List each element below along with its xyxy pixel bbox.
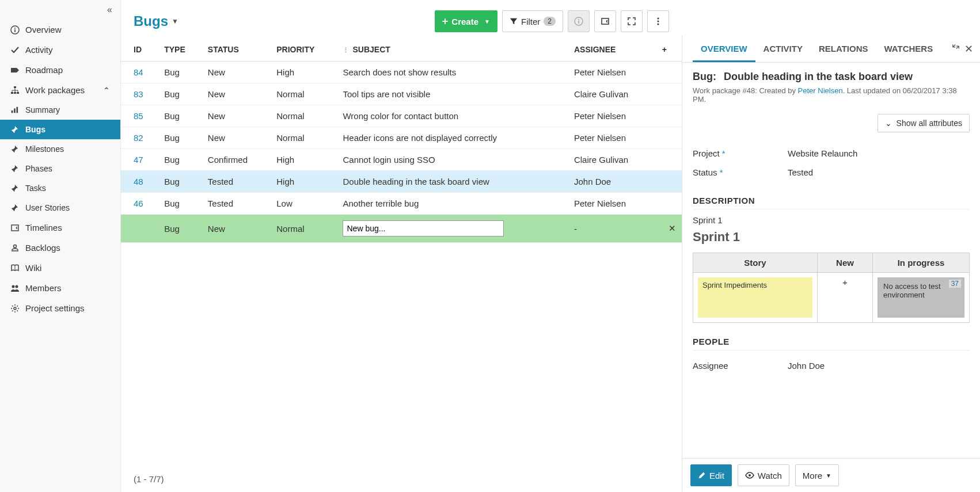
close-detail-icon[interactable]: ✕	[964, 43, 973, 55]
sitemap-icon	[10, 86, 25, 95]
column-type[interactable]: TYPE	[158, 38, 202, 62]
check-icon	[10, 45, 25, 55]
edit-button[interactable]: Edit	[690, 464, 732, 486]
id-link[interactable]: 84	[134, 67, 143, 77]
id-link[interactable]: 48	[134, 177, 143, 186]
expand-detail-icon[interactable]	[952, 43, 960, 55]
sidebar-item-project-settings[interactable]: Project settings	[0, 298, 120, 318]
people-value[interactable]: John Doe	[788, 361, 970, 371]
table-row[interactable]: 83BugNewNormalTool tips are not visibleC…	[121, 83, 682, 105]
attribute-value[interactable]: Website Relaunch	[788, 148, 970, 158]
tab-watchers[interactable]: WATCHERS	[876, 36, 941, 62]
filter-button[interactable]: Filter 2	[502, 10, 563, 32]
id-link[interactable]: 85	[134, 111, 143, 121]
cell-subject: Header icons are not displayed correctly	[337, 127, 568, 149]
pin-icon	[10, 145, 25, 153]
main-header: Bugs ▼ + Create ▼ Filter 2	[121, 0, 682, 38]
create-button[interactable]: + Create ▼	[435, 10, 497, 32]
column-status[interactable]: STATUS	[202, 38, 271, 62]
column-id[interactable]: ID	[121, 38, 158, 62]
cell-status: New	[202, 83, 271, 105]
cell-type: Bug	[158, 149, 202, 171]
sidebar-item-timelines[interactable]: Timelines	[0, 218, 120, 238]
cell-priority: Normal	[271, 105, 337, 127]
main-content: Bugs ▼ + Create ▼ Filter 2	[121, 0, 682, 492]
book-icon	[10, 264, 25, 273]
more-button[interactable]: More ▼	[795, 464, 839, 486]
sidebar-item-members[interactable]: Members	[0, 278, 120, 298]
tab-relations[interactable]: RELATIONS	[811, 36, 876, 62]
attribute-label: Project *	[693, 148, 788, 158]
id-link[interactable]: 83	[134, 89, 143, 99]
pencil-icon	[698, 471, 706, 479]
sidebar-item-user-stories[interactable]: User Stories	[0, 198, 120, 218]
table-row[interactable]: 47BugConfirmedHighCannot login using SSO…	[121, 149, 682, 171]
people-heading: PEOPLE	[693, 337, 970, 350]
page-title-dropdown[interactable]: Bugs ▼	[134, 13, 178, 29]
close-icon[interactable]: ✕	[668, 223, 676, 233]
cell-assignee: Peter Nielsen	[568, 62, 656, 83]
tab-activity[interactable]: ACTIVITY	[755, 36, 811, 62]
column-subject[interactable]: ⋮SUBJECT	[337, 38, 568, 62]
sidebar-item-work-packages[interactable]: Work packages⌃	[0, 80, 120, 100]
sidebar-item-bugs[interactable]: Bugs	[0, 120, 120, 139]
fullscreen-button[interactable]	[621, 10, 643, 32]
new-subject-input[interactable]	[343, 220, 504, 237]
author-link[interactable]: Peter Nielsen	[798, 86, 843, 95]
sidebar-item-roadmap[interactable]: Roadmap	[0, 60, 120, 80]
sidebar-item-activity[interactable]: Activity	[0, 40, 120, 60]
cell-assignee: Claire Gulivan	[568, 83, 656, 105]
backlog-icon	[10, 243, 25, 253]
sidebar-item-label: Activity	[25, 45, 110, 55]
sidebar-item-backlogs[interactable]: Backlogs	[0, 238, 120, 258]
settings-view-button[interactable]	[594, 10, 616, 32]
sidebar-item-summary[interactable]: Summary	[0, 100, 120, 120]
add-card-button[interactable]: +	[842, 277, 848, 287]
plus-icon: +	[442, 16, 449, 28]
more-menu-button[interactable]	[647, 10, 669, 32]
attribute-value[interactable]: Tested	[788, 167, 970, 177]
cell-assignee: Peter Nielsen	[568, 127, 656, 149]
sidebar-item-phases[interactable]: Phases	[0, 159, 120, 178]
id-link[interactable]: 82	[134, 133, 143, 143]
sidebar-item-tasks[interactable]: Tasks	[0, 178, 120, 198]
cell-type: Bug	[158, 193, 202, 215]
detail-footer: Edit Watch More ▼	[682, 458, 980, 492]
info-button[interactable]	[568, 10, 590, 32]
sidebar-item-label: User Stories	[25, 203, 110, 212]
bars-icon	[10, 106, 25, 114]
cell-id: 84	[121, 62, 158, 83]
show-all-attributes-button[interactable]: ⌄ Show all attributes	[878, 114, 970, 132]
id-link[interactable]: 46	[134, 199, 143, 208]
cell-id: 48	[121, 171, 158, 193]
svg-point-19	[658, 18, 659, 20]
sidebar-item-label: Milestones	[25, 144, 110, 154]
watch-button[interactable]: Watch	[738, 464, 789, 486]
tab-overview[interactable]: OVERVIEW	[693, 36, 755, 62]
page-title-text: Bugs	[134, 13, 168, 29]
sidebar-item-label: Tasks	[25, 184, 110, 193]
cell-status: New	[202, 105, 271, 127]
pagination-text: (1 - 7/7)	[121, 466, 682, 492]
sidebar-collapse-button[interactable]: «	[0, 0, 120, 20]
svg-rect-6	[17, 92, 19, 94]
work-package-table: IDTYPESTATUSPRIORITY⋮SUBJECTASSIGNEE+ 84…	[121, 38, 682, 466]
table-row[interactable]: 82BugNewNormalHeader icons are not displ…	[121, 127, 682, 149]
task-board: StoryNewIn progress Sprint Impediments +…	[693, 253, 970, 323]
sidebar-item-wiki[interactable]: Wiki	[0, 258, 120, 278]
table-row[interactable]: 46BugTestedLowAnother terrible bugPeter …	[121, 193, 682, 215]
id-link[interactable]: 47	[134, 155, 143, 165]
cell-type: Bug	[158, 171, 202, 193]
table-row[interactable]: 48BugTestedHighDouble heading in the tas…	[121, 171, 682, 193]
table-row[interactable]: 85BugNewNormalWrong color for contact bu…	[121, 105, 682, 127]
tag-icon	[10, 66, 25, 75]
table-row[interactable]: 84BugNewHighSearch does not show results…	[121, 62, 682, 83]
column-assignee[interactable]: ASSIGNEE	[568, 38, 656, 62]
cell-type: Bug	[158, 105, 202, 127]
add-column-button[interactable]: +	[656, 38, 682, 62]
column-priority[interactable]: PRIORITY	[271, 38, 337, 62]
board-column-story: Story	[693, 253, 818, 273]
sidebar-item-milestones[interactable]: Milestones	[0, 139, 120, 159]
people-icon	[10, 284, 25, 293]
sidebar-item-overview[interactable]: Overview	[0, 20, 120, 40]
